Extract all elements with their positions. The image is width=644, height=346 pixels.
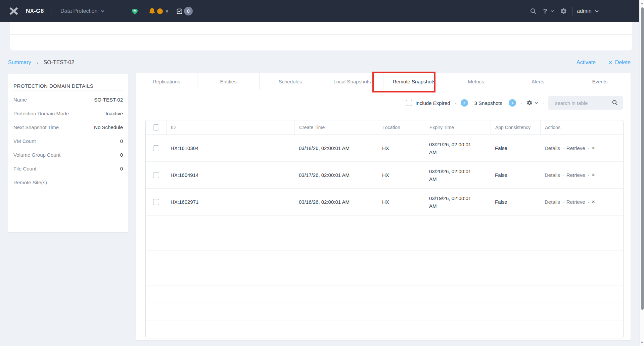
detail-label: Protection Domain Mode — [13, 111, 69, 116]
tasks-count-badge[interactable]: 0 — [184, 0, 193, 22]
detail-label: File Count — [13, 166, 36, 171]
row-checkbox[interactable] — [153, 199, 159, 205]
detail-row: Protection Domain ModeInactive — [13, 107, 123, 120]
dot-separator: · — [562, 198, 564, 206]
remove-snapshot-icon[interactable]: ✕ — [592, 144, 595, 152]
table-settings-menu[interactable] — [526, 100, 538, 106]
column-header-actions[interactable]: Actions — [540, 120, 623, 134]
tasks-clipboard-icon[interactable] — [176, 0, 183, 22]
activate-button[interactable]: Activate — [577, 60, 596, 66]
tab-remote-snapshots[interactable]: Remote Snapshots — [383, 73, 445, 90]
include-expired-label: Include Expired — [415, 100, 450, 106]
breadcrumb-current: SO-TEST-02 — [43, 60, 74, 66]
column-header-expiry-time[interactable]: Expiry Time — [425, 120, 491, 134]
help-menu[interactable]: ? — [543, 0, 554, 22]
detail-value: 0 — [120, 152, 123, 158]
chevron-left-icon: ‹ — [463, 100, 465, 106]
dot-separator: · — [562, 171, 564, 179]
column-header-location[interactable]: Location — [378, 120, 425, 134]
include-expired-checkbox[interactable] — [406, 100, 412, 106]
delete-button[interactable]: ✕ Delete — [608, 60, 631, 66]
breadcrumb-row: Summary › SO-TEST-02 Activate ✕ Delete — [8, 56, 631, 69]
search-icon[interactable] — [612, 100, 618, 106]
page-actions: Activate ✕ Delete — [577, 60, 631, 66]
detail-label: VM Count — [13, 138, 36, 144]
actions-cell: Details·Retrieve·✕ — [540, 198, 623, 206]
expiry-time-value: 03/19/26, 02:00:01 AM — [429, 194, 473, 210]
chevron-down-icon — [595, 10, 599, 12]
tab-metrics[interactable]: Metrics — [445, 73, 507, 90]
breadcrumb-summary-link[interactable]: Summary — [8, 60, 31, 66]
nutanix-x-logo[interactable] — [8, 0, 19, 22]
dot-separator: · — [562, 144, 564, 152]
snapshot-id-cell: HX:1602971 — [166, 198, 294, 206]
select-all-checkbox[interactable] — [153, 124, 159, 130]
scroll-down-arrow-icon[interactable] — [641, 342, 643, 344]
chevron-down-icon — [551, 10, 554, 12]
table-header-row: IDCreate TimeLocationExpiry TimeApp Cons… — [146, 120, 623, 135]
tab-entities[interactable]: Entities — [197, 73, 259, 90]
breadcrumb: Summary › SO-TEST-02 — [8, 60, 74, 66]
column-header-id[interactable]: ID — [166, 120, 294, 134]
dot-separator: · — [588, 171, 589, 179]
scroll-up-arrow-icon[interactable] — [641, 2, 643, 4]
health-heart-icon[interactable] — [131, 0, 139, 22]
empty-table-row — [146, 251, 623, 268]
tab-replications[interactable]: Replications — [136, 73, 197, 90]
top-navbar: NX-G8 Data Protection 0 ? — [0, 0, 639, 22]
detail-row: NameSO-TEST-02 — [13, 93, 123, 107]
protection-domain-details-panel: PROTECTION DOMAIN DETAILS NameSO-TEST-02… — [8, 74, 128, 232]
snapshot-count: 3 Snapshots — [474, 100, 502, 106]
panel-divider — [13, 90, 123, 90]
pager-prev-button[interactable]: ‹ — [461, 99, 468, 107]
snapshot-id-cell: HX:1604914 — [166, 171, 294, 179]
detail-row: VM Count0 — [13, 134, 123, 148]
cluster-name: NX-G8 — [26, 0, 44, 22]
help-icon: ? — [543, 7, 547, 15]
details-link[interactable]: Details — [545, 171, 560, 179]
search-icon[interactable] — [530, 0, 537, 22]
details-link[interactable]: Details — [545, 144, 560, 152]
tab-local-snapshots[interactable]: Local Snapshots — [321, 73, 383, 90]
retrieve-link[interactable]: Retrieve — [566, 198, 585, 206]
retrieve-link[interactable]: Retrieve — [566, 144, 585, 152]
scrollbar-thumb[interactable] — [641, 7, 644, 310]
detail-label: Volume Group Count — [13, 152, 60, 158]
tab-events[interactable]: Events — [569, 73, 631, 90]
actions-cell: Details·Retrieve·✕ — [540, 144, 623, 152]
empty-table-row — [146, 303, 623, 320]
app-consistency-cell: False — [491, 144, 540, 152]
retrieve-link[interactable]: Retrieve — [566, 171, 585, 179]
settings-gear-icon[interactable] — [560, 0, 567, 22]
row-checkbox[interactable] — [153, 145, 159, 151]
tab-schedules[interactable]: Schedules — [260, 73, 321, 90]
snapshots-panel: ReplicationsEntitiesSchedulesLocal Snaps… — [136, 73, 631, 340]
user-menu[interactable]: admin — [577, 0, 599, 22]
notification-dot — [166, 0, 168, 22]
chevron-down-icon — [101, 10, 104, 12]
remove-snapshot-icon[interactable]: ✕ — [592, 198, 595, 206]
detail-label: Remote Site(s) — [13, 180, 47, 185]
table-header-checkbox-cell — [146, 120, 166, 134]
page-scrollbar[interactable] — [639, 0, 644, 346]
details-link[interactable]: Details — [545, 198, 560, 206]
chevron-down-icon — [535, 102, 538, 104]
row-checkbox-cell — [146, 172, 166, 178]
dot-separator: · — [588, 198, 589, 206]
table-toolbar: Include Expired · ‹ 3 Snapshots › · · — [406, 95, 623, 111]
row-checkbox[interactable] — [153, 172, 159, 178]
delete-x-icon: ✕ — [608, 60, 612, 65]
dot-separator: · — [455, 100, 456, 106]
column-header-create-time[interactable]: Create Time — [294, 120, 378, 134]
alert-indicator-dot — [157, 0, 163, 22]
details-list: NameSO-TEST-02Protection Domain ModeInac… — [13, 93, 123, 189]
remove-snapshot-icon[interactable]: ✕ — [592, 171, 595, 179]
detail-row: File Count0 — [13, 162, 123, 176]
tab-alerts[interactable]: Alerts — [507, 73, 569, 90]
column-header-app-consistency[interactable]: App Consistency — [491, 120, 540, 134]
nav-menu-data-protection[interactable]: Data Protection — [60, 0, 104, 22]
create-time-cell: 03/18/26, 02:00:01 AM — [294, 144, 378, 152]
empty-table-row — [146, 268, 623, 285]
pager-next-button[interactable]: › — [509, 99, 516, 107]
alerts-bell-icon[interactable] — [148, 0, 156, 22]
